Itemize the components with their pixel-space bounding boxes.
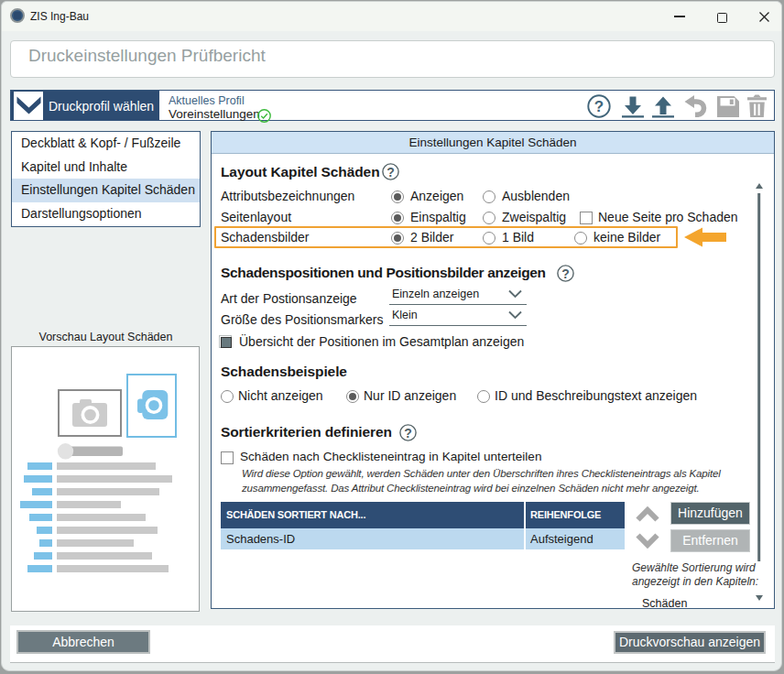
svg-text:?: ? bbox=[561, 266, 570, 281]
svg-text:?: ? bbox=[404, 426, 412, 440]
svg-text:?: ? bbox=[594, 98, 604, 115]
svg-text:?: ? bbox=[387, 165, 395, 179]
